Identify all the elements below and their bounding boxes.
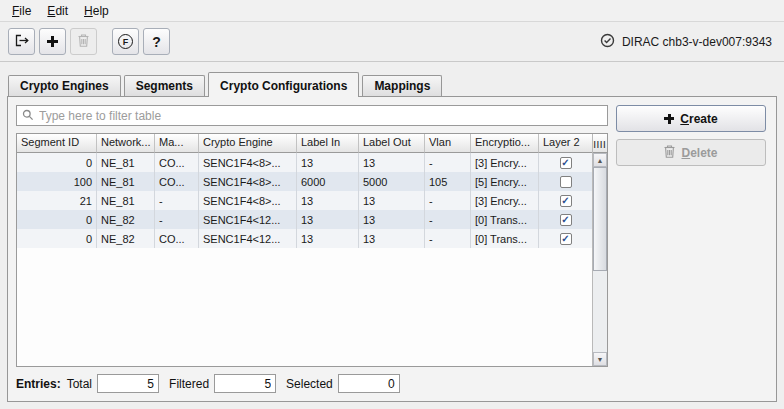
menu-edit[interactable]: Edit: [39, 1, 76, 21]
menu-help[interactable]: Help: [76, 1, 117, 21]
table-cell[interactable]: 0: [17, 153, 97, 172]
table-cell[interactable]: 13: [297, 153, 359, 172]
table-cell[interactable]: 13: [297, 191, 359, 210]
table-cell[interactable]: CO...: [155, 153, 199, 172]
table-cell[interactable]: ✓: [539, 229, 592, 248]
trash-icon: [664, 145, 675, 161]
check-circle-icon: [600, 33, 615, 51]
scrollbar-thumb[interactable]: [593, 167, 607, 271]
layer2-checkbox[interactable]: ✓: [560, 195, 572, 207]
table-cell[interactable]: [539, 172, 592, 191]
table-cell[interactable]: 13: [297, 229, 359, 248]
table-cell[interactable]: ✓: [539, 153, 592, 172]
table-cell[interactable]: [3] Encry...: [471, 191, 539, 210]
table-cell[interactable]: SENC1F4<12...: [199, 210, 297, 229]
action-buttons: Create Delete: [616, 105, 766, 393]
scrollbar-track[interactable]: [593, 167, 607, 352]
column-header-ma[interactable]: Ma...: [155, 134, 199, 153]
table-cell[interactable]: -: [425, 153, 471, 172]
table-cell[interactable]: 0: [17, 210, 97, 229]
table-empty-area: [17, 248, 592, 366]
table-cell[interactable]: SENC1F4<8>...: [199, 153, 297, 172]
table-cell[interactable]: 0: [17, 229, 97, 248]
table-cell[interactable]: 13: [359, 153, 425, 172]
layer2-checkbox[interactable]: ✓: [560, 214, 572, 226]
table-row[interactable]: 0NE_81CO...SENC1F4<8>...1313-[3] Encry..…: [17, 153, 592, 172]
scroll-down-button[interactable]: ▼: [593, 352, 607, 366]
entries-label: Entries:: [16, 377, 61, 391]
total-count-field[interactable]: [97, 374, 159, 393]
create-button[interactable]: Create: [616, 105, 766, 132]
column-header-encryptio[interactable]: Encryptio...: [471, 134, 539, 153]
table-cell[interactable]: ✓: [539, 191, 592, 210]
table-cell[interactable]: 100: [17, 172, 97, 191]
column-header-vlan[interactable]: Vlan: [425, 134, 471, 153]
table-cell[interactable]: -: [425, 229, 471, 248]
table-cell[interactable]: 5000: [359, 172, 425, 191]
table-cell[interactable]: -: [155, 210, 199, 229]
scroll-up-button[interactable]: ▲: [593, 153, 607, 167]
column-header-network[interactable]: Network...: [97, 134, 155, 153]
table-cell[interactable]: -: [425, 191, 471, 210]
export-icon: [15, 33, 29, 51]
table-cell[interactable]: NE_82: [97, 210, 155, 229]
export-button[interactable]: [8, 28, 35, 55]
table-cell[interactable]: -: [425, 210, 471, 229]
tab-mappings[interactable]: Mappings: [362, 75, 442, 96]
delete-button-label: Delete: [681, 146, 717, 160]
table-cell[interactable]: 6000: [297, 172, 359, 191]
layer2-checkbox[interactable]: ✓: [560, 233, 572, 245]
column-header-segment-id[interactable]: Segment ID: [17, 134, 97, 153]
search-icon: [22, 107, 34, 125]
connection-status: DIRAC chb3-v-dev007:9343: [600, 33, 772, 51]
layer2-checkbox[interactable]: [560, 176, 572, 188]
tab-crypto-engines[interactable]: Crypto Engines: [8, 75, 121, 96]
column-header-crypto-engine[interactable]: Crypto Engine: [199, 134, 297, 153]
table-cell[interactable]: 13: [359, 229, 425, 248]
tab-crypto-configurations[interactable]: Crypto Configurations: [208, 72, 359, 97]
filtered-count-field[interactable]: [214, 374, 276, 393]
table-cell[interactable]: NE_81: [97, 172, 155, 191]
filter-input[interactable]: [39, 109, 602, 123]
table-cell[interactable]: SENC1F4<8>...: [199, 191, 297, 210]
functions-button[interactable]: F: [112, 28, 139, 55]
help-button[interactable]: ?: [143, 28, 170, 55]
add-button[interactable]: [39, 28, 66, 55]
trash-icon: [78, 33, 89, 51]
delete-button[interactable]: Delete: [616, 139, 766, 166]
table-cell[interactable]: SENC1F4<8>...: [199, 172, 297, 191]
table-cell[interactable]: 13: [297, 210, 359, 229]
table-cell[interactable]: NE_81: [97, 153, 155, 172]
table-cell[interactable]: 13: [359, 191, 425, 210]
table-cell[interactable]: [5] Encry...: [471, 172, 539, 191]
table-cell[interactable]: SENC1F4<12...: [199, 229, 297, 248]
table-row[interactable]: 0NE_82-SENC1F4<12...1313-[0] Trans...✓: [17, 210, 592, 229]
table-row[interactable]: 21NE_81-SENC1F4<8>...1313-[3] Encry...✓: [17, 191, 592, 210]
menu-file[interactable]: File: [4, 1, 39, 21]
table-cell[interactable]: [0] Trans...: [471, 210, 539, 229]
table-body: 0NE_81CO...SENC1F4<8>...1313-[3] Encry..…: [17, 153, 592, 366]
plus-icon: [664, 114, 674, 124]
column-header-layer-2[interactable]: Layer 2: [539, 134, 592, 153]
table-cell[interactable]: CO...: [155, 172, 199, 191]
table-row[interactable]: 100NE_81CO...SENC1F4<8>...60005000105[5]…: [17, 172, 592, 191]
table-cell[interactable]: -: [155, 191, 199, 210]
total-label: Total: [67, 377, 92, 391]
tab-segments[interactable]: Segments: [124, 75, 205, 96]
column-header-label-out[interactable]: Label Out: [359, 134, 425, 153]
selected-count-field[interactable]: [338, 374, 400, 393]
column-header-label-in[interactable]: Label In: [297, 134, 359, 153]
table-settings-button[interactable]: ||||: [593, 134, 607, 153]
table-cell[interactable]: NE_82: [97, 229, 155, 248]
table-cell[interactable]: [0] Trans...: [471, 229, 539, 248]
table-cell[interactable]: ✓: [539, 210, 592, 229]
delete-button-toolbar[interactable]: [70, 28, 97, 55]
layer2-checkbox[interactable]: ✓: [560, 157, 572, 169]
table-cell[interactable]: CO...: [155, 229, 199, 248]
table-cell[interactable]: [3] Encry...: [471, 153, 539, 172]
table-cell[interactable]: 13: [359, 210, 425, 229]
table-cell[interactable]: NE_81: [97, 191, 155, 210]
table-row[interactable]: 0NE_82CO...SENC1F4<12...1313-[0] Trans..…: [17, 229, 592, 248]
table-cell[interactable]: 21: [17, 191, 97, 210]
table-cell[interactable]: 105: [425, 172, 471, 191]
